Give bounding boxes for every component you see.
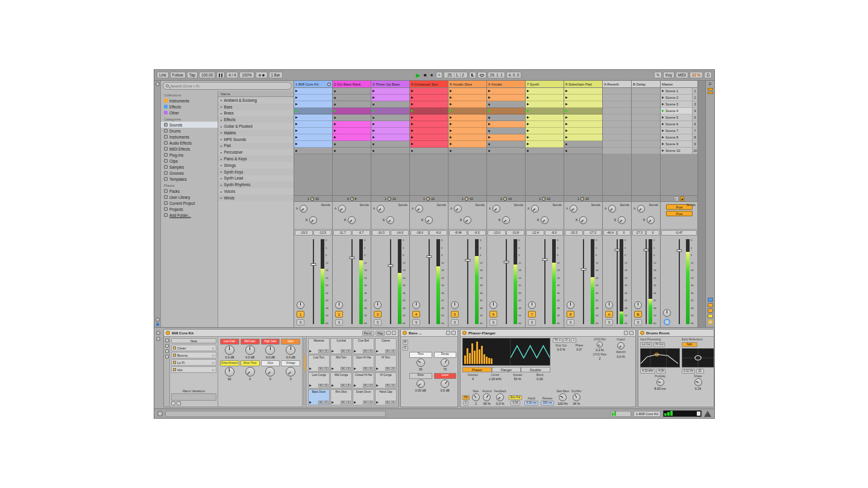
clip-slot[interactable] <box>526 95 564 101</box>
clip-slot[interactable] <box>410 121 448 128</box>
volume-display[interactable]: -10.8 <box>506 230 524 236</box>
pan-knob[interactable] <box>634 301 642 309</box>
pan-knob[interactable] <box>663 309 671 317</box>
volume-fader[interactable] <box>383 238 397 325</box>
clip-slot[interactable] <box>487 88 525 95</box>
volume-display[interactable]: 0 <box>646 230 659 236</box>
clip-play-icon[interactable] <box>565 110 568 112</box>
filter-freq-box[interactable]: 4.33 kHz <box>640 369 655 374</box>
volume-fader[interactable] <box>644 238 648 325</box>
browser-folder[interactable]: ▸Winds <box>218 195 294 201</box>
drum-pad-low-conga[interactable]: Low CongaMS <box>308 372 330 389</box>
clip-slot[interactable] <box>526 121 564 128</box>
clip-slot[interactable] <box>448 128 486 134</box>
browser-folder[interactable]: ▸Piano & Keys <box>218 155 294 162</box>
feedback-knob[interactable] <box>496 393 504 401</box>
clip-slot[interactable] <box>294 128 332 134</box>
sidebar-item-templates[interactable]: Templates <box>161 176 218 182</box>
clip-play-icon[interactable] <box>527 143 529 145</box>
attack-box[interactable]: 6.00 ms <box>524 401 538 405</box>
clip-slot[interactable] <box>333 148 371 154</box>
phaser-title-bar[interactable]: Phaser-Flanger <box>461 330 635 337</box>
search-input[interactable]: Search (Cmd + F) <box>163 82 292 90</box>
clip-slot[interactable] <box>632 141 660 148</box>
clip-slot[interactable] <box>448 88 486 95</box>
scene-play-icon[interactable] <box>662 116 664 119</box>
send-a-knob[interactable] <box>492 205 500 213</box>
clip-slot[interactable] <box>294 114 332 121</box>
sidebar-item-instruments[interactable]: Instruments <box>161 98 218 104</box>
clip-play-icon[interactable] <box>527 90 529 92</box>
sync-rate-box[interactable]: 2 <box>464 401 469 405</box>
track-activator-button[interactable]: 2 <box>335 311 343 318</box>
clip-slot[interactable] <box>410 141 448 148</box>
bass-level-knob[interactable] <box>441 380 449 388</box>
browser-collapse-icon[interactable] <box>156 82 160 86</box>
rack-title-bar[interactable]: 808 Core Kit Rand. Map <box>164 330 398 337</box>
pad-mute-button[interactable]: M <box>385 384 390 387</box>
pad-mute-button[interactable]: M <box>385 401 390 404</box>
clip-play-icon[interactable] <box>295 130 298 132</box>
device-power-icon[interactable] <box>462 331 467 335</box>
clip-slot[interactable] <box>371 101 409 108</box>
macro-value[interactable]: 62 <box>228 377 231 381</box>
pad-play-icon[interactable] <box>309 384 312 387</box>
track-activator-button[interactable]: 3 <box>374 311 382 318</box>
chain-clean[interactable]: Clean▷ <box>171 345 216 351</box>
fader-handle[interactable] <box>310 263 316 266</box>
pad-mute-button[interactable]: M <box>318 384 323 387</box>
chain-play-icon[interactable]: ▷ <box>212 361 215 364</box>
clip-slot[interactable] <box>603 88 631 95</box>
clip-play-icon[interactable] <box>295 110 298 112</box>
browser-folder[interactable]: ▸Ambient & Evolving <box>218 97 294 104</box>
clip-play-icon[interactable] <box>411 96 414 99</box>
sidebar-item-grooves[interactable]: Grooves <box>161 170 218 176</box>
clip-slot[interactable] <box>564 134 602 141</box>
clip-stop-icon[interactable] <box>488 104 490 105</box>
sends-section-toggle[interactable] <box>708 303 713 307</box>
pad-mute-button[interactable]: M <box>363 349 368 353</box>
clip-slot[interactable] <box>448 134 486 141</box>
drum-pad-closed-hi-hat[interactable]: Closed Hi HatMS <box>353 372 374 389</box>
filter-q-box[interactable]: 4.04 <box>656 369 665 374</box>
send-b-knob[interactable] <box>502 216 510 224</box>
show-chains-icon[interactable] <box>165 344 169 348</box>
fader-handle[interactable] <box>388 264 393 267</box>
scene-row-scene-7[interactable]: Scene 77 <box>661 128 697 134</box>
draw-mode-toggle[interactable]: ✎ <box>654 72 662 78</box>
hz-mode-button[interactable]: Hz <box>462 395 470 400</box>
clip-slot[interactable] <box>632 134 660 141</box>
amount-knob[interactable] <box>483 393 491 401</box>
selected-device-label[interactable]: 1-808 Core Kit <box>634 411 661 417</box>
track-header-b-delay[interactable]: B Delay <box>632 81 660 88</box>
clip-slot[interactable] <box>526 101 564 108</box>
recall-variation-icon[interactable] <box>177 401 181 405</box>
clip-slot[interactable] <box>526 88 564 95</box>
browser-folder[interactable]: ▸Effects <box>218 116 294 123</box>
scene-play-icon[interactable] <box>662 130 664 132</box>
fader-handle[interactable] <box>542 258 547 261</box>
sidebar-item-sounds[interactable]: Sounds <box>161 122 218 128</box>
sidebar-item-clips[interactable]: Clips <box>161 158 218 164</box>
clip-play-icon[interactable] <box>450 130 452 132</box>
clip-play-icon[interactable] <box>488 90 491 92</box>
chain-hot[interactable]: Hot▷ <box>171 366 216 373</box>
clip-play-icon[interactable] <box>450 103 452 105</box>
files-name-header[interactable]: Name <box>218 91 294 97</box>
device-power-icon[interactable] <box>166 331 170 335</box>
clip-slot[interactable] <box>294 148 332 154</box>
send-b-knob[interactable] <box>309 216 317 224</box>
clip-slot[interactable] <box>333 121 371 128</box>
solo-button[interactable]: S <box>528 319 536 325</box>
scene-menu-icon[interactable]: ≡ <box>709 81 712 87</box>
clip-play-icon[interactable] <box>488 96 491 99</box>
chain-mute-button[interactable]: M <box>403 340 408 345</box>
clip-slot[interactable] <box>410 108 448 114</box>
macro-value[interactable]: 0.0 dB <box>266 355 275 359</box>
show-pads-icon[interactable] <box>165 355 169 358</box>
scene-tick-icon[interactable] <box>708 92 713 94</box>
clip-slot[interactable] <box>526 141 564 148</box>
scene-play-icon[interactable] <box>662 96 664 99</box>
chain-activator-icon[interactable] <box>173 368 176 371</box>
center-value[interactable]: 1.00 kHz <box>489 377 502 381</box>
